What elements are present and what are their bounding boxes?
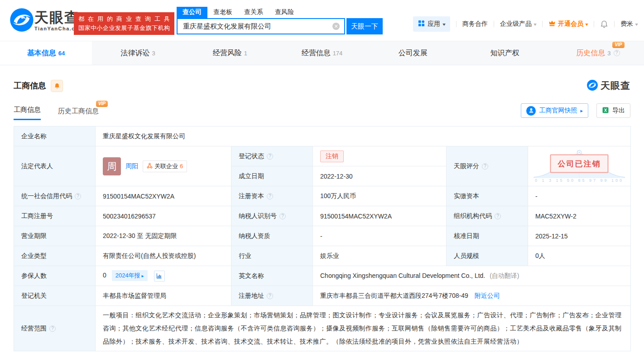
- paid-capital-value: -: [528, 186, 631, 206]
- export-button[interactable]: 导出: [596, 103, 630, 118]
- staff-size-value: 0人: [528, 246, 631, 266]
- address-value: 重庆市丰都县三合街道平都大道西段274号7楼708-49: [320, 292, 468, 299]
- score-cell: 0 1 3 15 50 85 97 99 100 公司已注销: [528, 146, 631, 186]
- help-icon[interactable]: [267, 193, 273, 199]
- logo-swirl-icon: [586, 79, 598, 92]
- company-name-label: 企业名称: [14, 126, 96, 146]
- vip-badge: VIP: [96, 101, 108, 107]
- tab-company-development[interactable]: 公司发展: [368, 41, 460, 65]
- business-info-table: 企业名称 重庆星盛权文化发展有限公司 法定代表人 周 周阳: [14, 126, 631, 351]
- address-cell: 重庆市丰都县三合街道平都大道西段274号7楼708-49 附近公司: [313, 286, 631, 306]
- english-name-value: Chongqing Xingshengquan Cultural Develop…: [320, 272, 485, 279]
- credit-code-value: 91500154MAC52XYW2A: [96, 186, 231, 206]
- industry-value: 娱乐业: [313, 246, 447, 266]
- taxpayer-no-value: 91500154MAC52XYW2A: [313, 206, 447, 226]
- address-label: 注册地址: [231, 286, 313, 306]
- chevron-down-icon: [442, 22, 446, 27]
- established-value: 2022-12-30: [313, 166, 447, 186]
- apps-grid-icon: [418, 20, 425, 28]
- tab-basic-info[interactable]: 基本信息64: [0, 41, 92, 65]
- header: 天眼查 TianYanCha.com 都在用的商业查询工具 国家中小企业发展子基…: [0, 0, 644, 41]
- excel-icon: [602, 107, 609, 115]
- search-button[interactable]: 天眼一下: [346, 18, 383, 34]
- approval-date-label: 核准日期: [447, 226, 528, 246]
- search-input[interactable]: [177, 18, 345, 34]
- tab-operation-risk[interactable]: 经营风险1: [184, 41, 276, 65]
- report-chart-icon[interactable]: [154, 271, 165, 281]
- search-tab-company[interactable]: 查公司: [177, 7, 207, 18]
- status-label: 登记状态: [231, 146, 313, 166]
- tab-legal-litigation[interactable]: 法律诉讼3: [92, 41, 184, 65]
- chevron-down-icon: [585, 22, 588, 27]
- avatar[interactable]: 周: [103, 157, 121, 175]
- insured-label: 参保人数: [14, 266, 96, 286]
- taxpayer-no-label: 纳税人识别号: [231, 206, 313, 226]
- tab-history-info[interactable]: 历史信息3 VIP: [552, 41, 644, 65]
- subtab-business-registration[interactable]: 工商信息: [14, 106, 41, 120]
- divider: [614, 21, 615, 27]
- menu-cooperation[interactable]: 商务合作: [462, 20, 488, 28]
- org-code-value: MAC52XYW-2: [528, 206, 631, 226]
- search-tab-relation[interactable]: 查关系: [238, 7, 269, 18]
- official-snapshot-button[interactable]: 工商官网快照: [521, 103, 588, 118]
- monitor-bell-icon[interactable]: [51, 80, 63, 92]
- reg-no-label: 工商注册号: [14, 206, 96, 226]
- credit-code-label: 统一社会信用代码: [14, 186, 96, 206]
- brand-slogan-banner: 都在用的商业查询工具 国家中小企业发展子基金旗下机构: [74, 12, 174, 35]
- nearby-companies-link[interactable]: 附近公司: [475, 292, 500, 299]
- insured-cell: 0 2024年报: [96, 266, 231, 286]
- main-content: 工商信息 天眼查 工商信息 历史工商信息 VIP: [0, 79, 644, 351]
- notification-bell-icon[interactable]: [600, 20, 608, 29]
- english-name-cell: Chongqing Xingshengquan Cultural Develop…: [313, 266, 631, 286]
- crown-icon: [548, 20, 556, 28]
- auto-translate-note: (自动翻译): [490, 272, 519, 279]
- deregistered-stamp: 公司已注销: [550, 155, 609, 173]
- chevron-down-icon: [533, 22, 537, 27]
- help-icon[interactable]: [614, 50, 620, 56]
- registry-label: 登记机关: [14, 286, 96, 306]
- help-icon[interactable]: [267, 293, 273, 299]
- divider: [456, 21, 457, 27]
- tab-intellectual-property[interactable]: 知识产权: [460, 41, 552, 65]
- search-tab-boss[interactable]: 查老板: [207, 7, 238, 18]
- divider: [494, 21, 494, 27]
- help-icon[interactable]: [75, 193, 81, 199]
- section-title: 工商信息: [14, 80, 46, 91]
- help-icon[interactable]: [279, 213, 286, 219]
- term-label: 营业期限: [14, 226, 96, 246]
- user-menu[interactable]: 费米: [620, 20, 638, 28]
- established-label: 成立日期: [231, 166, 313, 186]
- vip-badge: VIP: [612, 42, 624, 48]
- annual-report-badge[interactable]: 2024年报: [112, 270, 148, 281]
- clear-icon[interactable]: [332, 23, 340, 30]
- stamp-icon: [526, 106, 536, 116]
- org-code-label: 组织机构代码: [447, 206, 528, 226]
- username: 费米: [620, 20, 633, 28]
- business-scope-label: 经营范围: [14, 306, 96, 351]
- menu-enterprise-products[interactable]: 企业级产品: [500, 20, 536, 28]
- search-tabs: 查公司 查老板 查关系 查风险: [177, 7, 383, 18]
- apps-menu[interactable]: 应用: [413, 16, 450, 32]
- company-nav-tabs: 基本信息64 法律诉讼3 经营风险1 经营信息174 公司发展 知识产权 历史信…: [0, 41, 644, 65]
- business-scope-value: 一般项目：组织文化艺术交流活动；企业形象策划；市场营销策划；品牌管理；图文设计制…: [96, 306, 631, 351]
- menu-upgrade-vip[interactable]: 开通会员: [548, 20, 588, 28]
- tab-business-info[interactable]: 经营信息174: [276, 41, 368, 65]
- help-icon[interactable]: [482, 163, 488, 170]
- legal-rep-link[interactable]: 周阳: [125, 162, 138, 170]
- approval-date-value: 2025-12-15: [528, 226, 631, 246]
- slogan-line2: 国家中小企业发展子基金旗下机构: [78, 24, 170, 33]
- help-icon[interactable]: [495, 213, 501, 219]
- score-axis-labels: 0 1 3 15 50 85 97 99 100: [531, 178, 628, 183]
- search-tab-risk[interactable]: 查风险: [269, 7, 300, 18]
- status-value: 注销: [313, 146, 447, 166]
- subtab-history-registration[interactable]: 历史工商信息 VIP: [58, 107, 99, 120]
- reg-capital-label: 注册资本: [231, 186, 313, 206]
- legal-rep-cell: 周 周阳 关联企业 6: [96, 146, 231, 186]
- help-icon[interactable]: [267, 153, 273, 160]
- related-companies-badge[interactable]: 关联企业 6: [143, 160, 187, 172]
- tianyancha-logo[interactable]: 天眼查 TianYanCha.com: [9, 7, 84, 34]
- slogan-line1: 都在用的商业查询工具: [78, 15, 170, 24]
- help-icon[interactable]: [49, 325, 56, 332]
- registry-value: 丰都县市场监督管理局: [96, 286, 231, 306]
- taxpayer-quality-value: -: [313, 226, 447, 246]
